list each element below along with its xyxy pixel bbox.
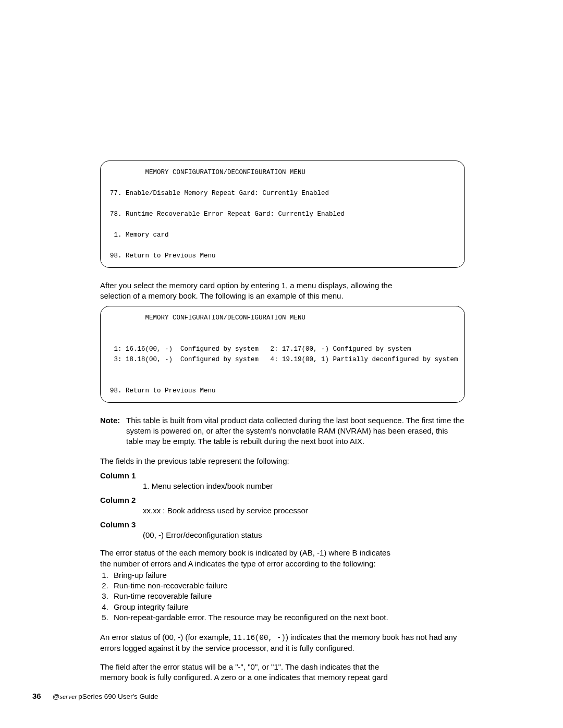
column-1-block: Column 1 1. Menu selection index/book nu… (100, 471, 465, 491)
menu2-return: 98. Return to Previous Menu (110, 387, 216, 394)
field-after-b: memory book is fully configured. A zero … (100, 673, 388, 682)
terminal-menu-2: MEMORY CONFIGURATION/DECONFIGURATION MEN… (100, 306, 465, 403)
error-type-5: Non-repeat-gardable error. The resource … (111, 612, 465, 623)
column-3-desc: (00, -) Error/deconfiguration status (143, 530, 465, 540)
note-label: Note: (100, 415, 126, 447)
field-after-paragraph: The field after the error status will be… (100, 662, 465, 683)
status00-code: 11.16(00, -) (233, 634, 286, 642)
brand-e-icon: @ (53, 693, 60, 700)
note-block: Note: This table is built from vital pro… (100, 415, 465, 447)
menu1-title: MEMORY CONFIGURATION/DECONFIGURATION MEN… (110, 169, 305, 176)
error-type-2: Run-time non-recoverable failure (111, 581, 465, 591)
menu2-row1b: 2: 17.17(00, -) Configured by system (271, 346, 411, 353)
document-page: MEMORY CONFIGURATION/DECONFIGURATION MEN… (0, 0, 563, 728)
menu2-row2b: 4: 19.19(00, 1) Partially deconfigured b… (271, 356, 458, 363)
error-type-list: Bring-up failure Run-time non-recoverabl… (100, 570, 465, 623)
column-2-block: Column 2 xx.xx : Book address used by se… (100, 496, 465, 516)
menu1-item-98: 98. Return to Previous Menu (110, 252, 216, 260)
column-1-desc: 1. Menu selection index/book number (143, 481, 465, 491)
field-after-a: The field after the error status will be… (100, 662, 379, 671)
column-3-block: Column 3 (00, -) Error/deconfiguration s… (100, 520, 465, 540)
column-2-label: Column 2 (100, 496, 465, 504)
menu2-row2: 3: 18.18(00, -) Configured by system 4: … (110, 356, 458, 363)
column-1-label: Column 1 (100, 471, 465, 480)
status00-pre: An error status of (00, -) (for example, (100, 633, 233, 641)
menu2-title: MEMORY CONFIGURATION/DECONFIGURATION MEN… (110, 314, 305, 322)
error-type-3: Run-time recoverable failure (111, 591, 465, 601)
column-3-label: Column 3 (100, 520, 465, 529)
menu1-title-text: MEMORY CONFIGURATION/DECONFIGURATION MEN… (145, 169, 306, 176)
footer-brand: @server (53, 693, 77, 701)
page-content: MEMORY CONFIGURATION/DECONFIGURATION MEN… (100, 161, 465, 687)
menu1-item-1: 1. Memory card (110, 231, 169, 239)
page-number: 36 (32, 692, 41, 700)
menu2-row1: 1: 16.16(00, -) Configured by system 2: … (110, 346, 411, 353)
error-type-1: Bring-up failure (111, 570, 465, 581)
status-00-paragraph: An error status of (00, -) (for example,… (100, 632, 465, 653)
para1-line2: selection of a memory book. The followin… (100, 291, 344, 300)
menu1-item-77: 77. Enable/Disable Memory Repeat Gard: C… (110, 190, 329, 197)
menu1-item-78: 78. Runtime Recoverable Error Repeat Gar… (110, 211, 345, 218)
error-status-intro: The error status of the each memory book… (100, 548, 465, 569)
paragraph-after-menu1: After you select the memory card option … (100, 280, 465, 302)
terminal-menu-1: MEMORY CONFIGURATION/DECONFIGURATION MEN… (100, 161, 465, 268)
error-type-4: Group integrity failure (111, 602, 465, 612)
error-intro-a: The error status of the each memory book… (100, 548, 390, 557)
para1-line1: After you select the memory card option … (100, 281, 392, 290)
page-footer: 36 @server pSeries 690 User's Guide (32, 692, 158, 701)
note-text: This table is built from vital product d… (126, 415, 465, 447)
footer-title: pSeries 690 User's Guide (78, 693, 158, 700)
menu2-row2a: 3: 18.18(00, -) Configured by system (110, 356, 259, 363)
column-2-desc: xx.xx : Book address used by service pro… (143, 505, 465, 516)
error-intro-b: the number of errors and A indicates the… (100, 559, 376, 568)
menu2-row1a: 1: 16.16(00, -) Configured by system (110, 346, 259, 353)
brand-text: server (59, 693, 77, 700)
menu2-title-text: MEMORY CONFIGURATION/DECONFIGURATION MEN… (145, 314, 306, 322)
fields-intro: The fields in the previous table represe… (100, 456, 465, 466)
